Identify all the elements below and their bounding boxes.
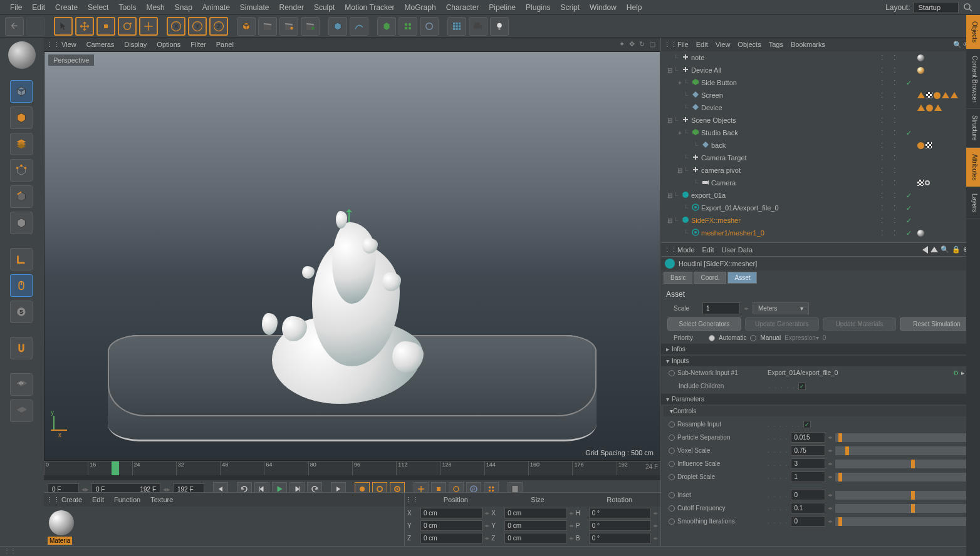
hierarchy-row[interactable]: + └ Studio Back ⁚ ⁚ ✓ (661, 126, 980, 139)
point-mode-button[interactable] (10, 159, 33, 182)
undo-button[interactable] (5, 17, 24, 36)
axis-tool-button[interactable] (10, 248, 33, 270)
visibility-dots[interactable]: ⁚ (881, 229, 894, 237)
snap-s-button[interactable]: S (10, 301, 33, 323)
expand-icon[interactable]: ⊟ (666, 117, 674, 124)
select-tool[interactable] (54, 17, 73, 36)
nav-left-icon[interactable] (922, 246, 928, 254)
mat-menu-edit[interactable]: Edit (87, 494, 109, 505)
vp-icon-2[interactable]: ✥ (629, 40, 638, 49)
magnet-button[interactable] (10, 337, 33, 359)
hierarchy-row[interactable]: └ Camera ⁚ ⁚ (661, 177, 980, 189)
input-icon-1[interactable]: ⚙ (953, 369, 959, 376)
expand-icon[interactable]: ⊟ (666, 67, 674, 74)
render-dots[interactable]: ⁚ (894, 104, 906, 112)
ring-icon[interactable] (669, 505, 675, 512)
enable-check[interactable]: ✓ (906, 192, 917, 200)
visibility-dots[interactable]: ⁚ (881, 116, 894, 125)
nav-lock-icon[interactable]: 🔒 (952, 245, 961, 254)
param-value-field[interactable]: 0.1 (791, 503, 825, 513)
clapper-button[interactable] (258, 17, 277, 36)
clapper3-button[interactable] (301, 17, 320, 36)
update-generators-button[interactable]: Update Generators (745, 317, 819, 331)
menu-render[interactable]: Render (274, 1, 309, 14)
vp-menu-options[interactable]: Options (152, 39, 185, 50)
menu-help[interactable]: Help (622, 1, 647, 14)
ring-icon[interactable] (669, 518, 675, 525)
menu-sculpt[interactable]: Sculpt (309, 1, 340, 14)
render-dots[interactable]: ⁚ (894, 154, 906, 162)
grip-icon[interactable]: ⋮⋮ (0, 546, 20, 555)
visibility-dots[interactable]: ⁚ (881, 142, 894, 150)
uv-mode-button[interactable] (10, 133, 33, 155)
move-tool[interactable] (75, 17, 94, 36)
edge-tab-objects[interactable]: Objects (966, 15, 980, 49)
axis-z-button[interactable]: Z (209, 17, 228, 36)
nav-search-icon[interactable]: 🔍 (941, 245, 949, 254)
obj-menu-file[interactable]: File (674, 39, 692, 50)
expand-icon[interactable]: ⊟ (666, 192, 674, 199)
param-value-field[interactable]: 1 (791, 471, 825, 482)
render-dots[interactable]: ⁚ (894, 129, 906, 137)
edge-tab-content-browser[interactable]: Content Browser (966, 49, 980, 109)
hierarchy-row[interactable]: └ Screen ⁚ ⁚ (661, 89, 980, 101)
obj-menu-tags[interactable]: Tags (765, 39, 787, 50)
hierarchy-row[interactable]: └ Camera Target ⁚ ⁚ (661, 152, 980, 164)
ring-icon[interactable] (669, 370, 675, 376)
hierarchy-row[interactable]: └ mesher1/mesher1_0 ⁚ ⁚ ✓ (661, 227, 980, 239)
render-dots[interactable]: ⁚ (894, 66, 906, 75)
visibility-dots[interactable]: ⁚ (881, 104, 894, 112)
param-value-field[interactable]: 0 (791, 490, 825, 500)
inputs-section[interactable]: ▾Inputs (661, 356, 980, 366)
param-slider[interactable] (835, 491, 972, 500)
clapper2-button[interactable] (279, 17, 298, 36)
generator-button[interactable] (377, 17, 396, 36)
rotation-field[interactable]: 0 ° (589, 520, 651, 531)
param-slider[interactable] (835, 460, 972, 468)
menu-plugins[interactable]: Plugins (521, 1, 555, 14)
render-dots[interactable]: ⁚ (894, 229, 906, 237)
material-swatch[interactable]: Materia (44, 510, 404, 545)
size-field[interactable]: 0 cm (504, 533, 566, 543)
param-slider[interactable] (835, 517, 972, 526)
grip-icon[interactable]: ⋮⋮ (664, 245, 674, 254)
texture-mode-button[interactable] (10, 106, 33, 129)
scale-tool[interactable] (96, 17, 115, 36)
controls-section[interactable]: ▾Controls (664, 406, 977, 416)
spline-button[interactable] (350, 17, 368, 36)
tab-asset[interactable]: Asset (727, 272, 757, 284)
mat-menu-function[interactable]: Function (109, 494, 145, 505)
expand-icon[interactable]: + (676, 80, 684, 86)
vp-menu-view[interactable]: View (56, 39, 81, 50)
mouse-tool-button[interactable] (10, 274, 33, 297)
floor-button[interactable] (447, 17, 466, 36)
rotate-tool[interactable] (118, 17, 137, 36)
hierarchy-row[interactable]: ⊟ └ camera pivot ⁚ ⁚ (661, 164, 980, 177)
scale-field[interactable]: 1 (702, 302, 740, 314)
param-slider[interactable] (835, 504, 972, 513)
display-cube-button[interactable] (328, 17, 347, 36)
redo-button[interactable] (26, 17, 45, 36)
visibility-dots[interactable]: ⁚ (881, 179, 894, 187)
menu-motion-tracker[interactable]: Motion Tracker (340, 1, 399, 14)
edge-mode-button[interactable] (10, 185, 33, 208)
position-field[interactable]: 0 cm (420, 520, 482, 531)
cube-button[interactable] (237, 17, 256, 36)
param-value-field[interactable]: 0.015 (791, 432, 825, 443)
edge-tab-structure[interactable]: Structure (966, 109, 980, 148)
deformer-button[interactable] (420, 17, 439, 36)
visibility-dots[interactable]: ⁚ (881, 54, 894, 62)
include-children-checkbox[interactable]: ✓ (798, 383, 806, 390)
menu-mograph[interactable]: MoGraph (400, 1, 441, 14)
layout-dropdown[interactable]: Startup (913, 2, 959, 13)
rotation-field[interactable]: 0 ° (589, 533, 651, 543)
tab-basic[interactable]: Basic (664, 272, 692, 284)
enable-check[interactable]: ✓ (906, 217, 917, 225)
visibility-dots[interactable]: ⁚ (881, 217, 894, 225)
obj-search-icon[interactable]: 🔍 (953, 41, 962, 49)
move-tool-2[interactable] (139, 17, 158, 36)
ring-icon[interactable] (669, 421, 675, 428)
enable-check[interactable]: ✓ (906, 129, 917, 137)
render-dots[interactable]: ⁚ (894, 217, 906, 225)
vp-menu-filter[interactable]: Filter (185, 39, 211, 50)
